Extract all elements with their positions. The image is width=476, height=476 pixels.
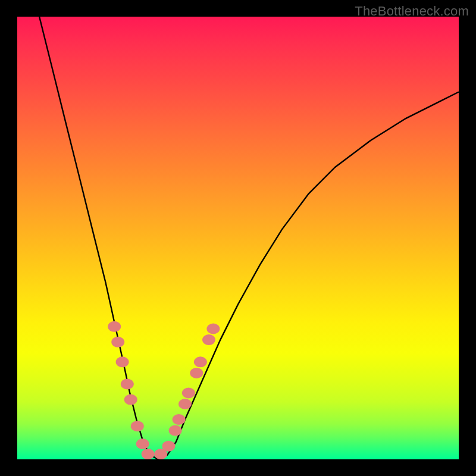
chart-svg	[17, 17, 459, 459]
threshold-marker	[182, 387, 195, 398]
threshold-marker	[121, 379, 134, 390]
threshold-marker	[190, 368, 203, 378]
threshold-marker	[108, 321, 121, 332]
chart-frame: TheBottleneck.com	[0, 0, 476, 476]
threshold-marker	[178, 399, 192, 409]
threshold-marker	[194, 356, 207, 367]
threshold-marker	[124, 394, 137, 405]
threshold-marker	[131, 421, 144, 431]
plot-area	[17, 17, 459, 459]
threshold-marker	[169, 425, 182, 436]
threshold-marker	[142, 449, 155, 459]
watermark-text: TheBottleneck.com	[355, 4, 469, 19]
threshold-marker	[116, 356, 129, 367]
threshold-marker	[206, 324, 220, 334]
threshold-marker	[162, 441, 176, 452]
bottleneck-curve	[39, 17, 459, 459]
threshold-markers	[108, 321, 220, 459]
threshold-marker	[111, 337, 124, 347]
threshold-marker	[173, 414, 186, 425]
threshold-marker	[202, 334, 215, 345]
threshold-marker	[154, 449, 167, 459]
threshold-marker	[136, 439, 149, 449]
